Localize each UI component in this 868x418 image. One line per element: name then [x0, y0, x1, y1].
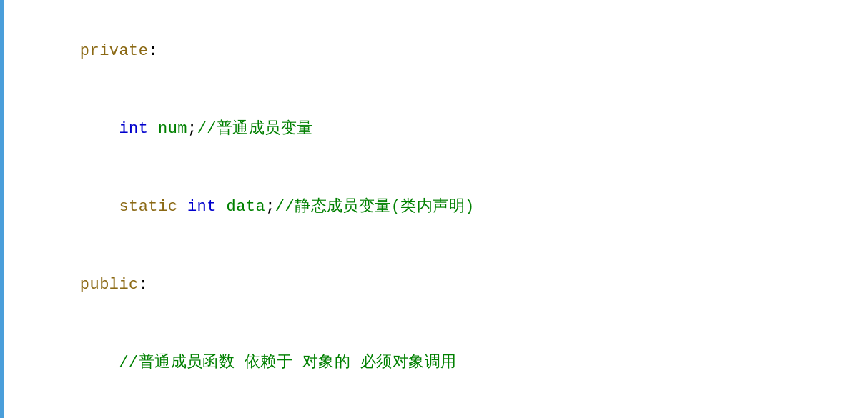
keyword-int-1: int: [119, 120, 148, 138]
code-editor: private: int num;//普通成员变量 static int dat…: [0, 0, 868, 418]
code-line-1: private:: [21, 13, 847, 91]
keyword-int-2: int: [187, 198, 217, 216]
code-line-4: public:: [21, 247, 847, 324]
code-line-3: static int data;//静态成员变量(类内声明): [21, 169, 847, 247]
keyword-public: public: [80, 276, 139, 294]
code-line-2: int num;//普通成员变量: [21, 91, 847, 169]
keyword-static: static: [119, 198, 177, 216]
code-line-5: //普通成员函数 依赖于 对象的 必须对象调用: [21, 324, 847, 402]
comment-1: //普通成员变量: [197, 120, 313, 138]
var-data: data: [227, 198, 266, 216]
code-line-6: int getData(void): [21, 402, 847, 418]
comment-3: //普通成员函数 依赖于 对象的 必须对象调用: [119, 354, 456, 372]
var-num: num: [158, 120, 187, 138]
comment-2: //静态成员变量(类内声明): [275, 198, 475, 216]
code-block: private: int num;//普通成员变量 static int dat…: [21, 13, 847, 418]
keyword-private: private: [80, 42, 149, 60]
